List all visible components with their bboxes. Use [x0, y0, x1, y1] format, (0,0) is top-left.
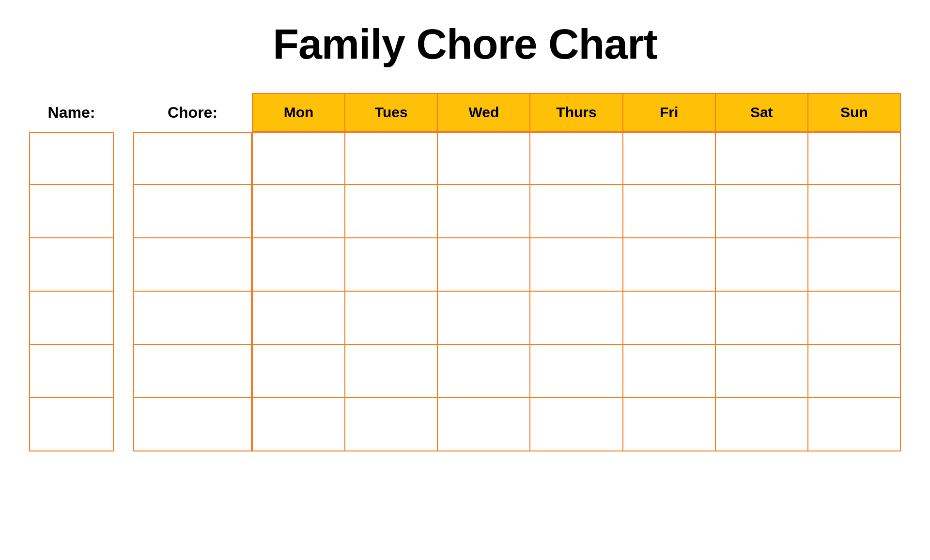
table-row — [252, 345, 901, 398]
days-rows — [252, 132, 901, 451]
cell-r4-sun[interactable] — [808, 292, 901, 345]
cell-r6-tues[interactable] — [345, 398, 438, 451]
cell-r6-fri[interactable] — [623, 398, 716, 451]
cell-r6-sun[interactable] — [808, 398, 901, 451]
cell-r2-fri[interactable] — [623, 185, 716, 238]
cell-r5-fri[interactable] — [623, 345, 716, 398]
cell-r4-tues[interactable] — [345, 292, 438, 345]
cell-r1-fri[interactable] — [623, 132, 716, 185]
chore-cell-6[interactable] — [133, 398, 252, 451]
header-mon: Mon — [252, 93, 345, 132]
chore-cells — [133, 132, 252, 451]
cell-r1-thurs[interactable] — [530, 132, 623, 185]
cell-r1-sun[interactable] — [808, 132, 901, 185]
cell-r4-mon[interactable] — [252, 292, 345, 345]
table-row — [252, 292, 901, 345]
cell-r5-sun[interactable] — [808, 345, 901, 398]
chart-container: Name: Chore: Mon Tues Wed Thurs Fri — [29, 93, 901, 451]
page-title: Family Chore Chart — [273, 19, 657, 69]
name-cell-3[interactable] — [29, 238, 114, 292]
days-section: Mon Tues Wed Thurs Fri Sat Sun — [252, 93, 901, 451]
header-sun: Sun — [808, 93, 901, 132]
header-thurs: Thurs — [530, 93, 623, 132]
name-cell-4[interactable] — [29, 292, 114, 345]
cell-r3-tues[interactable] — [345, 238, 438, 292]
cell-r4-fri[interactable] — [623, 292, 716, 345]
chore-cell-2[interactable] — [133, 185, 252, 238]
cell-r5-wed[interactable] — [438, 345, 530, 398]
chore-label: Chore: — [133, 93, 252, 132]
cell-r2-thurs[interactable] — [530, 185, 623, 238]
header-tues: Tues — [345, 93, 438, 132]
name-column: Name: — [29, 93, 114, 451]
chore-cell-1[interactable] — [133, 132, 252, 185]
name-cell-1[interactable] — [29, 132, 114, 185]
table-row — [252, 398, 901, 451]
cell-r4-sat[interactable] — [716, 292, 808, 345]
name-cell-2[interactable] — [29, 185, 114, 238]
name-label: Name: — [29, 93, 114, 132]
cell-r4-wed[interactable] — [438, 292, 530, 345]
name-cell-6[interactable] — [29, 398, 114, 451]
cell-r5-tues[interactable] — [345, 345, 438, 398]
cell-r6-thurs[interactable] — [530, 398, 623, 451]
cell-r3-thurs[interactable] — [530, 238, 623, 292]
cell-r6-wed[interactable] — [438, 398, 530, 451]
chore-cell-4[interactable] — [133, 292, 252, 345]
cell-r4-thurs[interactable] — [530, 292, 623, 345]
name-cells — [29, 132, 114, 451]
header-fri: Fri — [623, 93, 716, 132]
cell-r5-mon[interactable] — [252, 345, 345, 398]
cell-r5-sat[interactable] — [716, 345, 808, 398]
cell-r1-mon[interactable] — [252, 132, 345, 185]
name-cell-5[interactable] — [29, 345, 114, 398]
cell-r3-sat[interactable] — [716, 238, 808, 292]
cell-r3-mon[interactable] — [252, 238, 345, 292]
table-row — [252, 185, 901, 238]
cell-r1-tues[interactable] — [345, 132, 438, 185]
cell-r5-thurs[interactable] — [530, 345, 623, 398]
chore-cell-3[interactable] — [133, 238, 252, 292]
header-wed: Wed — [438, 93, 530, 132]
cell-r2-sat[interactable] — [716, 185, 808, 238]
cell-r1-sat[interactable] — [716, 132, 808, 185]
cell-r3-sun[interactable] — [808, 238, 901, 292]
cell-r2-sun[interactable] — [808, 185, 901, 238]
cell-r3-wed[interactable] — [438, 238, 530, 292]
table-row — [252, 238, 901, 292]
cell-r2-tues[interactable] — [345, 185, 438, 238]
cell-r3-fri[interactable] — [623, 238, 716, 292]
chore-cell-5[interactable] — [133, 345, 252, 398]
days-header: Mon Tues Wed Thurs Fri Sat Sun — [252, 93, 901, 132]
chore-column: Chore: — [133, 93, 252, 451]
table-row — [252, 132, 901, 185]
header-sat: Sat — [716, 93, 808, 132]
cell-r1-wed[interactable] — [438, 132, 530, 185]
cell-r2-wed[interactable] — [438, 185, 530, 238]
cell-r2-mon[interactable] — [252, 185, 345, 238]
cell-r6-mon[interactable] — [252, 398, 345, 451]
cell-r6-sat[interactable] — [716, 398, 808, 451]
